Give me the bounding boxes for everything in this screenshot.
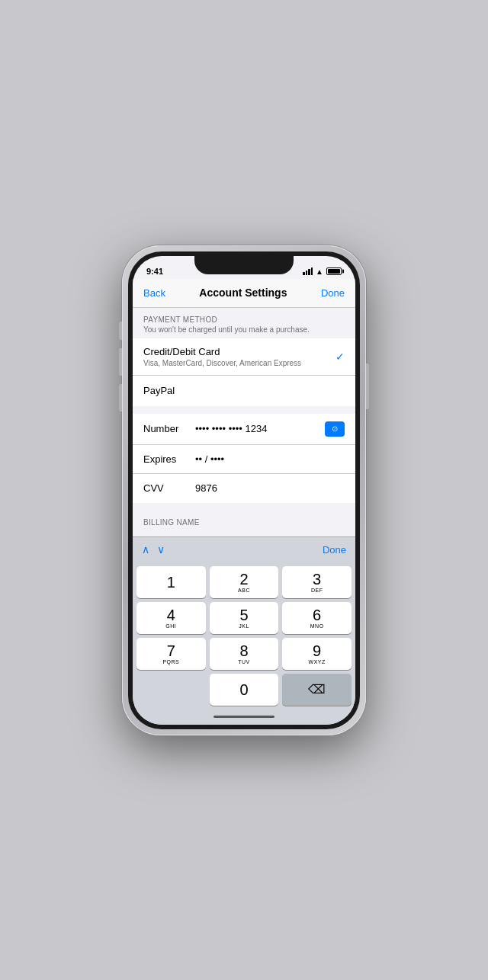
delete-key[interactable]: ⌫ [282, 674, 352, 706]
key-8-number: 8 [239, 643, 248, 658]
keyboard-row-3: 7 PQRS 8 TUV 9 WXYZ [133, 634, 355, 670]
keyboard-toolbar: ∧ ∨ Done [133, 536, 355, 562]
status-icons: ▲ [303, 267, 342, 276]
card-number-field[interactable]: Number •••• •••• •••• 1234 ⊙ [133, 414, 355, 445]
key-2-letters: ABC [238, 588, 250, 593]
arrow-down-button[interactable]: ∨ [157, 543, 165, 556]
nav-done-button[interactable]: Done [321, 287, 345, 299]
key-9-letters: WXYZ [309, 659, 326, 665]
delete-icon: ⌫ [308, 682, 326, 697]
keyboard-row-4: 0 ⌫ [133, 670, 355, 709]
status-time: 9:41 [146, 267, 163, 276]
credit-card-label: Credit/Debit Card [143, 346, 301, 357]
key-6[interactable]: 6 MNO [282, 602, 352, 634]
key-0[interactable]: 0 [210, 674, 279, 706]
paypal-option[interactable]: PayPal [133, 376, 355, 406]
billing-name-title: BILLING NAME [143, 518, 345, 527]
payment-method-subtitle: You won't be charged until you make a pu… [143, 325, 345, 334]
home-indicator [133, 709, 355, 725]
key-4[interactable]: 4 GHI [136, 602, 206, 634]
arrow-up-button[interactable]: ∧ [142, 543, 149, 556]
payment-method-header: PAYMENT METHOD You won't be charged unti… [133, 308, 355, 338]
payment-method-title: PAYMENT METHOD [143, 315, 345, 324]
mute-button [119, 322, 122, 340]
signal-icon [303, 267, 313, 275]
gap-2 [133, 503, 355, 511]
selected-checkmark: ✓ [336, 351, 345, 363]
key-3-number: 3 [313, 572, 321, 587]
phone-frame: 9:41 ▲ Back Account Setti [122, 245, 366, 735]
key-9[interactable]: 9 WXYZ [282, 638, 352, 670]
key-6-number: 6 [313, 607, 321, 623]
key-5[interactable]: 5 JKL [210, 602, 279, 634]
key-4-letters: GHI [165, 623, 176, 629]
credit-debit-card-option[interactable]: Credit/Debit Card Visa, MasterCard, Disc… [133, 338, 355, 376]
notch [194, 256, 294, 274]
billing-name-header: BILLING NAME [133, 511, 355, 531]
back-button[interactable]: Back [143, 287, 165, 299]
number-label: Number [143, 423, 189, 434]
cvv-value: 9876 [189, 482, 345, 494]
volume-down-button [119, 384, 122, 412]
keyboard-row-1: 1 2 ABC 3 DEF [133, 562, 355, 598]
key-8-letters: TUV [238, 659, 250, 665]
phone-screen-frame: 9:41 ▲ Back Account Setti [128, 251, 360, 729]
page-title: Account Settings [199, 287, 287, 299]
key-3-letters: DEF [311, 588, 323, 593]
key-0-number: 0 [239, 682, 248, 697]
power-button [366, 363, 369, 409]
battery-icon [326, 267, 342, 275]
expires-field[interactable]: Expires •• / •••• [133, 445, 355, 474]
key-5-number: 5 [239, 607, 248, 623]
key-1-number: 1 [167, 575, 175, 590]
screen: 9:41 ▲ Back Account Setti [133, 256, 355, 725]
key-6-letters: MNO [310, 623, 324, 629]
key-3[interactable]: 3 DEF [282, 566, 352, 598]
gap-1 [133, 406, 355, 414]
toolbar-arrows: ∧ ∨ [142, 543, 165, 556]
navigation-bar: Back Account Settings Done [133, 279, 355, 308]
cvv-label: CVV [143, 482, 189, 494]
keyboard-done-button[interactable]: Done [323, 544, 346, 556]
content-area: PAYMENT METHOD You won't be charged unti… [133, 308, 355, 536]
expires-label: Expires [143, 453, 189, 465]
key-8[interactable]: 8 TUV [210, 638, 279, 670]
keyboard-row-2: 4 GHI 5 JKL 6 MNO [133, 598, 355, 634]
volume-up-button [119, 348, 122, 376]
key-empty [136, 674, 206, 706]
gap-3 [133, 531, 355, 536]
home-bar [214, 716, 274, 718]
key-4-number: 4 [167, 607, 175, 623]
key-2-number: 2 [239, 572, 248, 587]
key-5-letters: JKL [239, 623, 249, 629]
key-7[interactable]: 7 PQRS [136, 638, 206, 670]
camera-button[interactable]: ⊙ [325, 421, 345, 437]
credit-card-networks: Visa, MasterCard, Discover, American Exp… [143, 359, 301, 367]
cvv-field[interactable]: CVV 9876 [133, 474, 355, 503]
numeric-keyboard: 1 2 ABC 3 DEF 4 GHI [133, 562, 355, 709]
key-2[interactable]: 2 ABC [210, 566, 279, 598]
paypal-label: PayPal [143, 385, 175, 396]
key-9-number: 9 [313, 643, 321, 658]
key-7-letters: PQRS [162, 659, 179, 665]
wifi-icon: ▲ [316, 267, 323, 276]
key-1[interactable]: 1 [136, 566, 206, 598]
camera-icon: ⊙ [332, 424, 338, 433]
key-7-number: 7 [167, 643, 175, 658]
payment-options-section: Credit/Debit Card Visa, MasterCard, Disc… [133, 338, 355, 406]
expires-value: •• / •••• [189, 453, 345, 465]
card-number-value: •••• •••• •••• 1234 [189, 423, 325, 434]
